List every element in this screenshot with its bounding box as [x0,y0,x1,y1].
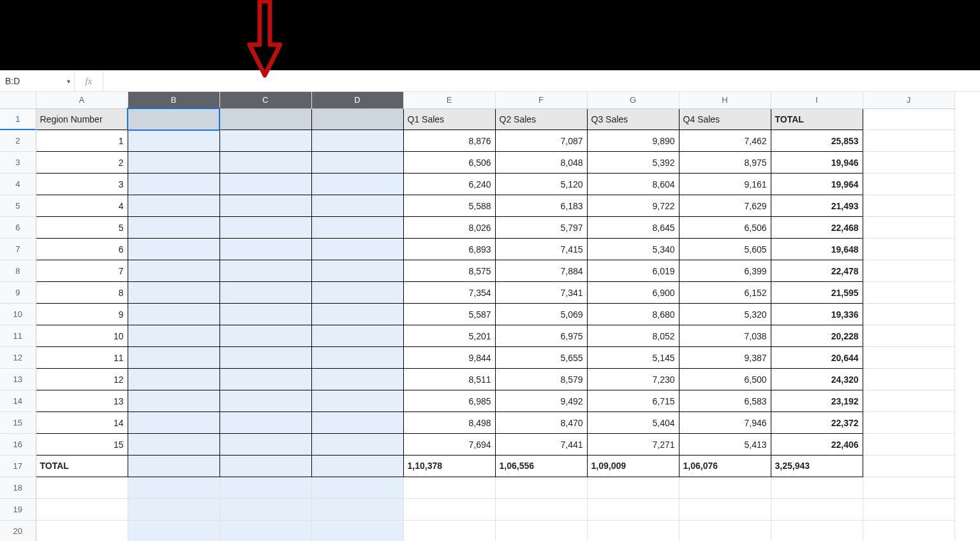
cell-E16-q1[interactable]: 7,694 [403,434,495,456]
cell-E13-q1[interactable]: 8,511 [403,369,495,390]
cell-F6-q2[interactable]: 5,797 [495,217,587,239]
column-header-B[interactable]: B [128,92,219,108]
cell-G13-q3[interactable]: 7,230 [587,369,679,390]
row-header-2[interactable]: 2 [0,130,36,152]
cell-B13[interactable] [128,369,219,390]
cell-D10[interactable] [311,304,403,325]
cell-C12[interactable] [219,347,311,369]
cell-E11-q1[interactable]: 5,201 [403,325,495,347]
cell-I6-total[interactable]: 22,468 [771,217,863,239]
cell-A12-region[interactable]: 11 [36,347,128,369]
cell-J20[interactable] [863,520,954,541]
cell-F12-q2[interactable]: 5,655 [495,347,587,369]
cell-A20[interactable] [36,520,128,541]
cell-I17-grand-total[interactable]: 3,25,943 [771,456,863,477]
cell-H8-q4[interactable]: 6,399 [679,260,771,282]
cell-B15[interactable] [128,412,219,434]
cell-I16-total[interactable]: 22,406 [771,434,863,456]
cell-E17-q1-total[interactable]: 1,10,378 [403,456,495,477]
cell-J19[interactable] [863,498,954,520]
row-header-12[interactable]: 12 [0,347,36,369]
cell-I19[interactable] [771,498,863,520]
cell-B6[interactable] [128,217,219,239]
cell-I15-total[interactable]: 22,372 [771,412,863,434]
cell-C15[interactable] [219,412,311,434]
cell-H16-q4[interactable]: 5,413 [679,434,771,456]
cell-E7-q1[interactable]: 6,893 [403,239,495,260]
cell-H4-q4[interactable]: 9,161 [679,174,771,195]
cell-D2[interactable] [311,130,403,152]
cell-G1-q3-header[interactable]: Q3 Sales [587,108,679,130]
row-header-19[interactable]: 19 [0,498,36,520]
cell-J2[interactable] [863,130,954,152]
cell-E19[interactable] [403,498,495,520]
cell-C20[interactable] [219,520,311,541]
cell-J17[interactable] [863,456,954,477]
cell-D12[interactable] [311,347,403,369]
cell-A6-region[interactable]: 5 [36,217,128,239]
cell-J12[interactable] [863,347,954,369]
cell-D20[interactable] [311,520,403,541]
cell-E14-q1[interactable]: 6,985 [403,390,495,412]
cell-G17-q3-total[interactable]: 1,09,009 [587,456,679,477]
cell-C7[interactable] [219,239,311,260]
cell-D4[interactable] [311,174,403,195]
cell-H3-q4[interactable]: 8,975 [679,152,771,174]
row-header-17[interactable]: 17 [0,456,36,477]
cell-H7-q4[interactable]: 5,605 [679,239,771,260]
column-header-C[interactable]: C [219,92,311,108]
cell-C13[interactable] [219,369,311,390]
row-header-6[interactable]: 6 [0,217,36,239]
cell-B9[interactable] [128,282,219,304]
cell-H14-q4[interactable]: 6,583 [679,390,771,412]
cell-D14[interactable] [311,390,403,412]
cell-F17-q2-total[interactable]: 1,06,556 [495,456,587,477]
cell-G16-q3[interactable]: 7,271 [587,434,679,456]
cell-B20[interactable] [128,520,219,541]
cell-E1-q1-header[interactable]: Q1 Sales [403,108,495,130]
cell-G14-q3[interactable]: 6,715 [587,390,679,412]
cell-H13-q4[interactable]: 6,500 [679,369,771,390]
column-header-I[interactable]: I [771,92,863,108]
cell-E18[interactable] [403,477,495,498]
cell-B1[interactable] [128,108,219,130]
cell-E15-q1[interactable]: 8,498 [403,412,495,434]
cell-G9-q3[interactable]: 6,900 [587,282,679,304]
cell-F19[interactable] [495,498,587,520]
column-header-G[interactable]: G [587,92,679,108]
cell-G5-q3[interactable]: 9,722 [587,195,679,217]
cell-E6-q1[interactable]: 8,026 [403,217,495,239]
cell-G2-q3[interactable]: 9,890 [587,130,679,152]
cell-D9[interactable] [311,282,403,304]
cell-I14-total[interactable]: 23,192 [771,390,863,412]
cell-G19[interactable] [587,498,679,520]
cell-G20[interactable] [587,520,679,541]
cell-F9-q2[interactable]: 7,341 [495,282,587,304]
cell-F8-q2[interactable]: 7,884 [495,260,587,282]
row-header-8[interactable]: 8 [0,260,36,282]
cell-I13-total[interactable]: 24,320 [771,369,863,390]
cell-B18[interactable] [128,477,219,498]
cell-G8-q3[interactable]: 6,019 [587,260,679,282]
cell-B10[interactable] [128,304,219,325]
cell-E10-q1[interactable]: 5,587 [403,304,495,325]
cell-F2-q2[interactable]: 7,087 [495,130,587,152]
row-header-14[interactable]: 14 [0,390,36,412]
cell-J5[interactable] [863,195,954,217]
cell-J18[interactable] [863,477,954,498]
cell-E8-q1[interactable]: 8,575 [403,260,495,282]
spreadsheet-grid[interactable]: ABCDEFGHIJ1Region NumberQ1 SalesQ2 Sales… [0,92,980,541]
cell-H12-q4[interactable]: 9,387 [679,347,771,369]
cell-J4[interactable] [863,174,954,195]
cell-F13-q2[interactable]: 8,579 [495,369,587,390]
cell-I11-total[interactable]: 20,228 [771,325,863,347]
cell-G11-q3[interactable]: 8,052 [587,325,679,347]
cell-A18[interactable] [36,477,128,498]
row-header-9[interactable]: 9 [0,282,36,304]
row-header-1[interactable]: 1 [0,108,36,130]
row-header-3[interactable]: 3 [0,152,36,174]
cell-H5-q4[interactable]: 7,629 [679,195,771,217]
row-header-11[interactable]: 11 [0,325,36,347]
cell-E12-q1[interactable]: 9,844 [403,347,495,369]
cell-B2[interactable] [128,130,219,152]
